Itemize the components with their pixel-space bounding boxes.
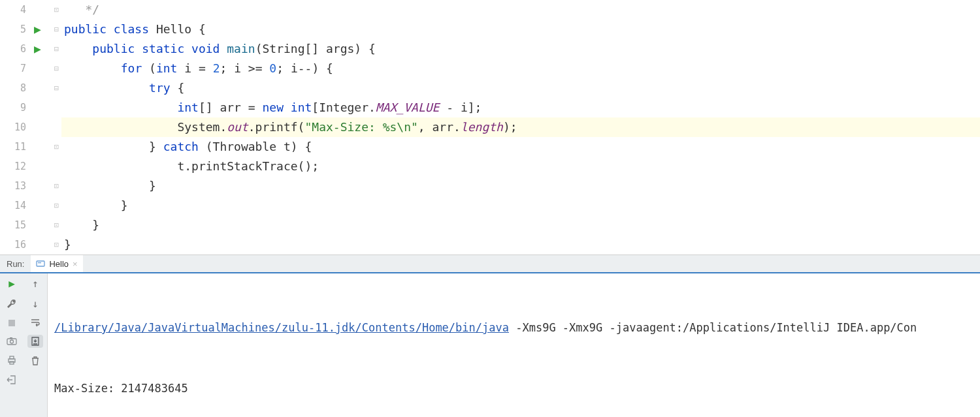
line-number[interactable]: 6 bbox=[0, 39, 30, 59]
trash-icon[interactable] bbox=[31, 356, 40, 366]
run-line-icon[interactable]: ▶ bbox=[34, 20, 41, 39]
line-number[interactable]: 15 bbox=[0, 215, 30, 235]
run-config-icon bbox=[36, 259, 45, 268]
line-number[interactable]: 12 bbox=[0, 157, 30, 176]
code-text[interactable]: t.printStackTrace(); bbox=[61, 157, 319, 176]
stop-icon[interactable] bbox=[7, 318, 16, 328]
svg-rect-3 bbox=[7, 339, 16, 345]
fold-close-icon[interactable]: ⊡ bbox=[54, 215, 59, 235]
run-toolbar-left2: ↑ ↓ bbox=[24, 273, 48, 417]
line-number[interactable]: 7 bbox=[0, 59, 30, 78]
line-number[interactable]: 10 bbox=[0, 117, 30, 137]
gutter[interactable]: ⊟ bbox=[30, 78, 61, 98]
code-text[interactable]: public class Hello { bbox=[61, 20, 206, 39]
run-icon[interactable]: ▶ bbox=[8, 277, 15, 290]
fold-close-icon[interactable]: ⊡ bbox=[54, 176, 59, 196]
gutter[interactable] bbox=[30, 98, 61, 117]
line-number[interactable]: 8 bbox=[0, 78, 30, 98]
run-toolwindow-body: ▶ ↑ ↓ bbox=[0, 273, 980, 417]
svg-rect-8 bbox=[10, 362, 14, 364]
code-text[interactable]: } bbox=[61, 235, 71, 255]
gutter[interactable]: ⊡ bbox=[30, 0, 61, 20]
svg-rect-5 bbox=[10, 337, 12, 339]
fold-open-icon[interactable]: ⊟ bbox=[54, 39, 59, 59]
code-line[interactable]: 5▶⊟public class Hello { bbox=[0, 20, 980, 39]
line-number[interactable]: 11 bbox=[0, 137, 30, 157]
svg-rect-7 bbox=[10, 356, 14, 359]
code-line[interactable]: 16⊡} bbox=[0, 235, 980, 255]
gutter[interactable]: ⊡ bbox=[30, 196, 61, 215]
run-toolbar-left: ▶ bbox=[0, 273, 24, 417]
code-line[interactable]: 13⊡ } bbox=[0, 176, 980, 196]
close-icon[interactable]: × bbox=[73, 259, 78, 269]
code-line[interactable]: 7⊟ for (int i = 2; i >= 0; i--) { bbox=[0, 59, 980, 78]
run-tab-label: Hello bbox=[49, 259, 69, 269]
fold-close-icon[interactable]: ⊡ bbox=[54, 137, 59, 157]
run-tab-hello[interactable]: Hello × bbox=[31, 255, 82, 273]
run-label: Run: bbox=[0, 259, 31, 269]
svg-rect-2 bbox=[8, 320, 15, 326]
line-number[interactable]: 13 bbox=[0, 176, 30, 196]
gutter[interactable]: ⊡ bbox=[30, 176, 61, 196]
gutter[interactable]: ▶⊟ bbox=[30, 39, 61, 59]
editor-pane: 4⊡ */5▶⊟public class Hello {6▶⊟ public s… bbox=[0, 0, 980, 255]
code-line[interactable]: 15⊡ } bbox=[0, 215, 980, 235]
run-line-icon[interactable]: ▶ bbox=[34, 39, 41, 59]
code-text[interactable]: for (int i = 2; i >= 0; i--) { bbox=[61, 59, 333, 78]
code-text[interactable]: } bbox=[61, 215, 99, 235]
line-number[interactable]: 9 bbox=[0, 98, 30, 117]
gutter[interactable] bbox=[30, 157, 61, 176]
fold-open-icon[interactable]: ⊟ bbox=[54, 59, 59, 78]
code-line[interactable]: 14⊡ } bbox=[0, 196, 980, 215]
run-toolwindow-header: Run: Hello × bbox=[0, 255, 980, 273]
down-arrow-icon[interactable]: ↓ bbox=[32, 298, 39, 310]
code-line[interactable]: 8⊟ try { bbox=[0, 78, 980, 98]
exit-icon[interactable] bbox=[7, 375, 17, 385]
code-line[interactable]: 9 int[] arr = new int[Integer.MAX_VALUE … bbox=[0, 98, 980, 117]
svg-rect-0 bbox=[37, 261, 44, 266]
code-area[interactable]: 4⊡ */5▶⊟public class Hello {6▶⊟ public s… bbox=[0, 0, 980, 255]
console-stdout-line: Max-Size: 2147483645 bbox=[54, 378, 973, 399]
soft-wrap-icon[interactable] bbox=[30, 318, 41, 327]
code-line[interactable]: 10 System.out.printf("Max-Size: %s\n", a… bbox=[0, 117, 980, 137]
code-text[interactable]: } catch (Throwable t) { bbox=[61, 137, 312, 157]
fold-open-icon[interactable]: ⊟ bbox=[54, 20, 59, 39]
fold-close-icon[interactable]: ⊡ bbox=[54, 196, 59, 215]
code-line[interactable]: 12 t.printStackTrace(); bbox=[0, 157, 980, 176]
line-number[interactable]: 4 bbox=[0, 0, 30, 20]
line-number[interactable]: 5 bbox=[0, 20, 30, 39]
fold-open-icon[interactable]: ⊟ bbox=[54, 78, 59, 98]
code-text[interactable]: System.out.printf("Max-Size: %s\n", arr.… bbox=[61, 117, 517, 137]
code-text[interactable]: */ bbox=[61, 0, 99, 20]
java-path-link[interactable]: /Library/Java/JavaVirtualMachines/zulu-1… bbox=[54, 321, 509, 334]
gutter[interactable] bbox=[30, 117, 61, 137]
console-command-line: /Library/Java/JavaVirtualMachines/zulu-1… bbox=[54, 318, 973, 338]
code-line[interactable]: 4⊡ */ bbox=[0, 0, 980, 20]
line-number[interactable]: 14 bbox=[0, 196, 30, 215]
scroll-to-end-icon[interactable] bbox=[27, 335, 43, 348]
code-text[interactable]: } bbox=[61, 176, 156, 196]
wrench-icon[interactable] bbox=[7, 299, 17, 309]
gutter[interactable]: ▶⊟ bbox=[30, 20, 61, 39]
code-text[interactable]: } bbox=[61, 196, 128, 215]
up-arrow-icon[interactable]: ↑ bbox=[32, 277, 39, 290]
gutter[interactable]: ⊡ bbox=[30, 215, 61, 235]
console-output[interactable]: /Library/Java/JavaVirtualMachines/zulu-1… bbox=[48, 273, 980, 417]
fold-close-icon[interactable]: ⊡ bbox=[54, 0, 59, 20]
camera-icon[interactable] bbox=[7, 337, 17, 346]
svg-point-4 bbox=[10, 340, 14, 343]
gutter[interactable]: ⊡ bbox=[30, 235, 61, 255]
gutter[interactable]: ⊟ bbox=[30, 59, 61, 78]
code-line[interactable]: 11⊡ } catch (Throwable t) { bbox=[0, 137, 980, 157]
svg-rect-1 bbox=[38, 262, 41, 263]
code-text[interactable]: public static void main(String[] args) { bbox=[61, 39, 376, 59]
fold-close-icon[interactable]: ⊡ bbox=[54, 235, 59, 255]
print-icon[interactable] bbox=[7, 355, 17, 365]
line-number[interactable]: 16 bbox=[0, 235, 30, 255]
code-line[interactable]: 6▶⊟ public static void main(String[] arg… bbox=[0, 39, 980, 59]
code-text[interactable]: try { bbox=[61, 78, 184, 98]
code-text[interactable]: int[] arr = new int[Integer.MAX_VALUE - … bbox=[61, 98, 482, 117]
gutter[interactable]: ⊡ bbox=[30, 137, 61, 157]
